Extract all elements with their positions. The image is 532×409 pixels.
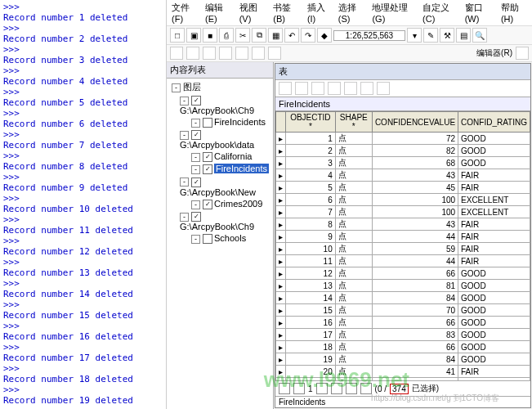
table-tab[interactable]: FireIncidents <box>275 97 530 111</box>
scale-dropdown-icon[interactable]: ▾ <box>407 28 422 43</box>
toc-layer[interactable]: -✓California <box>168 151 271 163</box>
show-all-icon[interactable] <box>346 383 357 394</box>
attribute-grid[interactable]: OBJECTID *SHAPE *CONFIDENCEVALUECONFID_R… <box>275 111 530 380</box>
row-selector[interactable]: ▸ <box>276 255 286 267</box>
row-selector[interactable]: ▸ <box>276 378 286 381</box>
table-options-icon[interactable] <box>279 82 292 95</box>
table-row[interactable]: ▸16点66GOOD <box>276 317 530 329</box>
toc-group[interactable]: -✓G:\ArcpyBook\Ch9 <box>168 94 271 116</box>
column-header[interactable] <box>276 112 286 133</box>
zoom-out-icon[interactable] <box>186 47 199 60</box>
row-selector[interactable]: ▸ <box>276 304 286 317</box>
measure-icon[interactable] <box>268 47 281 60</box>
toc-group[interactable]: -✓G:\ArcpyBook\Ch9 <box>168 210 271 232</box>
row-selector[interactable]: ▸ <box>276 243 286 255</box>
table-row[interactable]: ▸3点68GOOD <box>276 157 530 169</box>
toc-layer[interactable]: -✓Crimes2009 <box>168 198 271 210</box>
last-record-icon[interactable] <box>331 383 342 394</box>
table-row[interactable]: ▸21点63GOOD <box>276 378 530 381</box>
undo-icon[interactable]: ↶ <box>284 28 299 43</box>
save-icon[interactable]: ■ <box>203 28 217 43</box>
map-scale-input[interactable]: 1:26,525,563 <box>333 30 405 41</box>
table-row[interactable]: ▸13点81GOOD <box>276 280 530 292</box>
row-selector[interactable]: ▸ <box>276 366 286 378</box>
table-row[interactable]: ▸4点43FAIR <box>276 169 530 182</box>
row-selector[interactable]: ▸ <box>276 341 286 353</box>
table-row[interactable]: ▸11点44FAIR <box>276 255 530 267</box>
table-row[interactable]: ▸20点41FAIR <box>276 366 530 378</box>
add-data-icon[interactable]: ◆ <box>317 28 332 43</box>
column-header[interactable]: SHAPE * <box>335 112 372 133</box>
table-row[interactable]: ▸14点84GOOD <box>276 292 530 304</box>
paste-icon[interactable]: ▦ <box>268 28 283 43</box>
menu-item[interactable]: 文件(F) <box>172 2 197 24</box>
table-row[interactable]: ▸1点72GOOD <box>276 133 530 145</box>
menu-item[interactable]: 编辑(E) <box>205 2 231 24</box>
menu-item[interactable]: 窗口(W) <box>465 2 493 24</box>
row-selector[interactable]: ▸ <box>276 329 286 341</box>
open-icon[interactable]: ▣ <box>186 28 201 43</box>
table-row[interactable]: ▸5点45FAIR <box>276 182 530 194</box>
search-icon[interactable]: 🔍 <box>472 28 487 43</box>
full-extent-icon[interactable] <box>219 47 232 60</box>
copy-icon[interactable]: ⧉ <box>252 28 266 43</box>
table-row[interactable]: ▸17点83GOOD <box>276 329 530 341</box>
row-selector[interactable]: ▸ <box>276 145 286 157</box>
menu-item[interactable]: 书签(B) <box>273 2 299 24</box>
table-row[interactable]: ▸10点59FAIR <box>276 243 530 255</box>
row-selector[interactable]: ▸ <box>276 280 286 292</box>
next-record-icon[interactable] <box>316 383 328 394</box>
table-row[interactable]: ▸6点100EXCELLENT <box>276 194 530 206</box>
select-by-attr-icon[interactable] <box>311 82 324 95</box>
row-selector[interactable]: ▸ <box>276 182 286 194</box>
row-selector[interactable]: ▸ <box>276 353 286 366</box>
table-row[interactable]: ▸7点100EXCELLENT <box>276 206 530 218</box>
column-header[interactable]: OBJECTID * <box>286 112 336 133</box>
toc-group[interactable]: -✓G:\ArcpyBook\New <box>168 175 271 197</box>
prev-record-icon[interactable] <box>293 383 305 394</box>
switch-sel-icon[interactable] <box>328 82 341 95</box>
menu-item[interactable]: 自定义(C) <box>422 2 457 24</box>
column-header[interactable]: CONFID_RATING <box>458 112 530 133</box>
table-row[interactable]: ▸9点44FAIR <box>276 231 530 243</box>
layers-root[interactable]: -图层 <box>168 80 271 94</box>
row-selector[interactable]: ▸ <box>276 206 286 218</box>
table-row[interactable]: ▸8点43FAIR <box>276 218 530 231</box>
row-selector[interactable]: ▸ <box>276 317 286 329</box>
menu-item[interactable]: 视图(V) <box>239 2 266 24</box>
catalog-icon[interactable]: ▤ <box>456 28 471 43</box>
toc-layer[interactable]: -FireIncidents <box>168 116 271 128</box>
first-record-icon[interactable] <box>279 383 290 394</box>
column-header[interactable]: CONFIDENCEVALUE <box>372 112 458 133</box>
new-icon[interactable]: □ <box>170 28 185 43</box>
toc-tree[interactable]: -图层-✓G:\ArcpyBook\Ch9-FireIncidents-✓G:\… <box>167 79 273 409</box>
table-row[interactable]: ▸18点66GOOD <box>276 341 530 353</box>
menu-item[interactable]: 插入(I) <box>307 2 330 24</box>
menu-item[interactable]: 选择(S) <box>338 2 364 24</box>
table-row[interactable]: ▸19点84GOOD <box>276 353 530 366</box>
toc-layer[interactable]: -Schools <box>168 232 271 245</box>
show-selected-icon[interactable] <box>360 383 372 394</box>
table-row[interactable]: ▸15点70GOOD <box>276 304 530 317</box>
toc-group[interactable]: -✓G:\Arcpybook\data <box>168 128 271 151</box>
row-selector[interactable]: ▸ <box>276 169 286 182</box>
editor-toolbar-icon[interactable]: ✎ <box>423 28 438 43</box>
redo-icon[interactable]: ↷ <box>301 28 315 43</box>
related-tables-icon[interactable] <box>295 82 308 95</box>
table-row[interactable]: ▸12点66GOOD <box>276 267 530 280</box>
row-selector[interactable]: ▸ <box>276 157 286 169</box>
toolbox-icon[interactable]: ⚒ <box>440 28 454 43</box>
row-selector[interactable]: ▸ <box>276 218 286 231</box>
select-icon[interactable] <box>235 47 248 60</box>
cut-icon[interactable]: ✂ <box>235 28 250 43</box>
print-icon[interactable]: ⎙ <box>219 28 234 43</box>
row-selector[interactable]: ▸ <box>276 231 286 243</box>
clear-sel-icon[interactable] <box>344 82 357 95</box>
table-row[interactable]: ▸2点82GOOD <box>276 145 530 157</box>
row-selector[interactable]: ▸ <box>276 194 286 206</box>
menu-item[interactable]: 地理处理(G) <box>372 2 414 24</box>
identify-icon[interactable] <box>252 47 265 60</box>
zoom-sel-icon[interactable] <box>360 82 373 95</box>
toc-layer[interactable]: -✓FireIncidents <box>168 163 271 175</box>
editor-dropdown-icon[interactable] <box>516 47 529 60</box>
